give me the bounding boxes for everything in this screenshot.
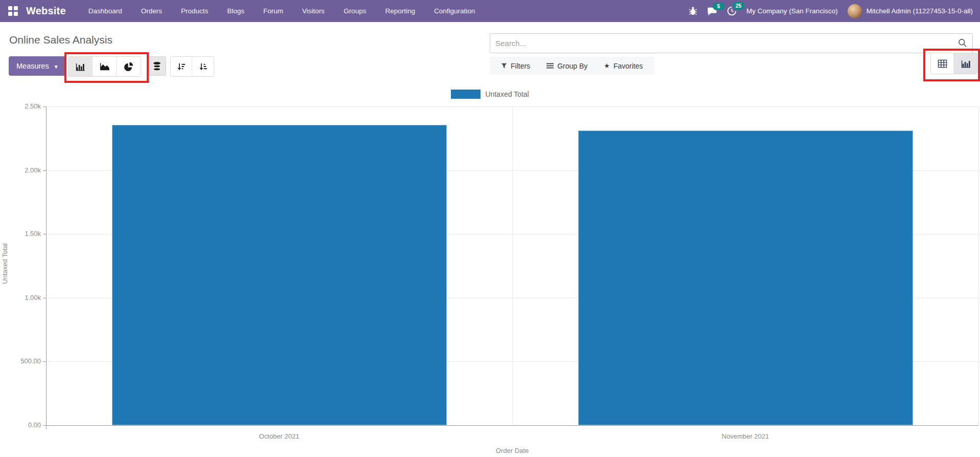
legend-swatch <box>451 90 481 99</box>
favorites-label: Favorites <box>613 62 643 70</box>
x-axis-title: Order Date <box>456 447 568 454</box>
search-input[interactable] <box>490 33 973 53</box>
view-switcher <box>930 53 977 74</box>
bar-november-2021[interactable] <box>578 130 913 425</box>
company-switcher[interactable]: My Company (San Francisco) <box>746 7 838 15</box>
nav-item-visitors[interactable]: Visitors <box>302 7 325 15</box>
legend-label: Untaxed Total <box>485 90 529 98</box>
nav-item-dashboard[interactable]: Dashboard <box>88 7 122 15</box>
y-tick-label: 0.00 <box>0 421 41 429</box>
group-by-icon <box>546 63 554 69</box>
line-chart-button[interactable] <box>93 57 117 76</box>
bar-october-2021[interactable] <box>112 125 447 425</box>
filter-funnel-icon <box>501 63 507 69</box>
page-title: Online Sales Analysis <box>9 34 112 46</box>
user-menu[interactable]: Mitchell Admin (11227453-15-0-all) <box>848 4 973 18</box>
sort-group <box>170 56 214 77</box>
nav-item-groups[interactable]: Groups <box>344 7 366 15</box>
app-brand[interactable]: Website <box>26 5 66 17</box>
nav-item-forum[interactable]: Forum <box>263 7 283 15</box>
y-tick-label: 2.00k <box>0 166 41 174</box>
favorites-menu[interactable]: ★ Favorites <box>604 62 643 70</box>
y-tick-label: 500.00 <box>0 357 41 365</box>
gridline-vertical <box>512 106 513 425</box>
sort-ascending-button[interactable] <box>192 57 214 76</box>
star-icon: ★ <box>604 62 610 69</box>
nav-item-configuration[interactable]: Configuration <box>434 7 475 15</box>
graph-view-button[interactable] <box>954 53 977 74</box>
user-name: Mitchell Admin (11227453-15-0-all) <box>867 7 973 15</box>
nav-item-products[interactable]: Products <box>181 7 208 15</box>
activities-icon[interactable]: 25 <box>727 6 737 16</box>
y-axis-line <box>46 106 47 429</box>
avatar[interactable] <box>848 4 862 18</box>
sort-descending-button[interactable] <box>171 57 192 76</box>
group-by-label: Group By <box>557 62 587 70</box>
x-tick-label-october-2021: October 2021 <box>223 432 335 440</box>
odoo-website-app: Website DashboardOrdersProductsBlogsForu… <box>0 0 980 457</box>
bug-icon[interactable] <box>689 6 697 16</box>
group-by-menu[interactable]: Group By <box>546 62 587 70</box>
filter-strip: Filters Group By ★ Favorites <box>490 57 654 75</box>
messages-badge: 5 <box>713 3 724 10</box>
nav-item-blogs[interactable]: Blogs <box>227 7 244 15</box>
y-tick-label: 1.00k <box>0 294 41 301</box>
y-tick-label: 2.50k <box>0 102 41 110</box>
measures-label: Measures <box>16 62 49 70</box>
nav-menu: DashboardOrdersProductsBlogsForumVisitor… <box>88 7 475 15</box>
top-navbar: Website DashboardOrdersProductsBlogsForu… <box>0 0 980 22</box>
nav-item-orders[interactable]: Orders <box>141 7 162 15</box>
filters-label: Filters <box>511 62 530 70</box>
x-tick-label-november-2021: November 2021 <box>689 432 802 440</box>
measures-button[interactable]: Measures ▼ <box>9 56 66 76</box>
chart-type-group <box>68 56 141 77</box>
stacked-toggle-button[interactable] <box>147 56 166 76</box>
bar-chart-button[interactable] <box>69 57 93 76</box>
pie-chart-button[interactable] <box>117 57 141 76</box>
apps-grid-icon[interactable] <box>8 6 18 16</box>
search-bar <box>490 33 973 53</box>
y-tick-label: 1.50k <box>0 230 41 237</box>
nav-item-reporting[interactable]: Reporting <box>385 7 415 15</box>
navbar-right: 5 25 My Company (San Francisco) Mitchell… <box>689 4 973 18</box>
chart-legend[interactable]: Untaxed Total <box>0 90 980 99</box>
messages-icon[interactable]: 5 <box>707 7 717 16</box>
activities-badge: 25 <box>733 2 744 10</box>
x-axis-line <box>46 425 978 426</box>
search-icon[interactable] <box>958 38 967 50</box>
chevron-down-icon: ▼ <box>54 64 59 70</box>
filters-menu[interactable]: Filters <box>501 62 530 70</box>
gridline-vertical <box>978 106 979 425</box>
pivot-view-button[interactable] <box>931 53 954 74</box>
